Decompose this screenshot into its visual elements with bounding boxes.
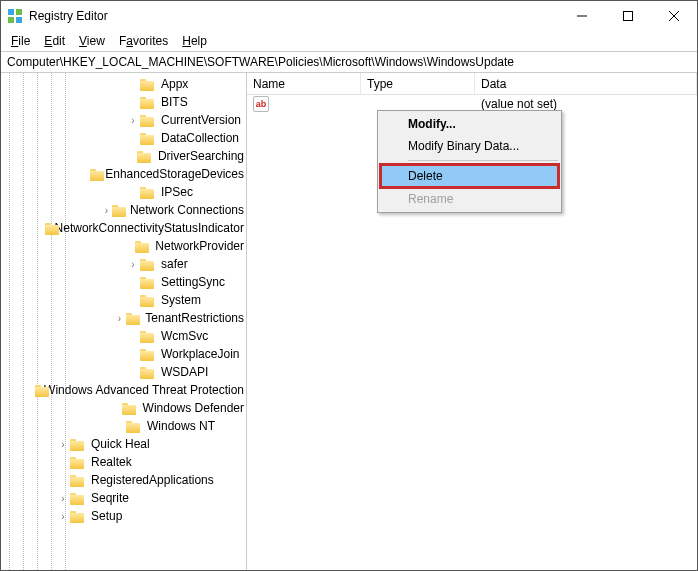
tree-item[interactable]: EnhancedStorageDevices xyxy=(1,165,246,183)
tree-item[interactable]: NetworkConnectivityStatusIndicator xyxy=(1,219,246,237)
folder-icon xyxy=(35,383,39,397)
expander-none xyxy=(127,294,139,306)
tree-item[interactable]: IPSec xyxy=(1,183,246,201)
column-type[interactable]: Type xyxy=(361,73,475,94)
tree-item[interactable]: Realtek xyxy=(1,453,246,471)
maximize-button[interactable] xyxy=(605,1,651,31)
tree-item-label: WcmSvc xyxy=(159,329,210,343)
menubar: File Edit View Favorites Help xyxy=(1,31,697,51)
tree-item-label: Windows Advanced Threat Protection xyxy=(42,383,246,397)
expander-collapsed-icon[interactable]: › xyxy=(57,492,69,504)
tree-item[interactable]: ›CurrentVersion xyxy=(1,111,246,129)
list-body: ab (value not set) Modify... Modify Bina… xyxy=(247,95,697,113)
tree-item[interactable]: BITS xyxy=(1,93,246,111)
tree-item[interactable]: DataCollection xyxy=(1,129,246,147)
tree-item[interactable]: ›TenantRestrictions xyxy=(1,309,246,327)
tree-item[interactable]: ›safer xyxy=(1,255,246,273)
tree-item-label: Windows Defender xyxy=(141,401,246,415)
tree-item[interactable]: Windows Advanced Threat Protection xyxy=(1,381,246,399)
menu-file[interactable]: File xyxy=(5,33,36,49)
folder-icon xyxy=(126,419,142,433)
tree-item-label: Setup xyxy=(89,509,124,523)
expander-collapsed-icon[interactable]: › xyxy=(57,438,69,450)
list-header: Name Type Data xyxy=(247,73,697,95)
svg-rect-2 xyxy=(8,17,14,23)
tree-item[interactable]: RegisteredApplications xyxy=(1,471,246,489)
folder-icon xyxy=(70,509,86,523)
expander-none xyxy=(127,276,139,288)
folder-icon xyxy=(140,347,156,361)
expander-collapsed-icon[interactable]: › xyxy=(57,510,69,522)
expander-collapsed-icon[interactable]: › xyxy=(127,114,139,126)
row-data: (value not set) xyxy=(475,97,697,111)
folder-icon xyxy=(140,185,156,199)
tree-item[interactable]: ›Seqrite xyxy=(1,489,246,507)
tree-item-label: Realtek xyxy=(89,455,134,469)
expander-none xyxy=(127,186,139,198)
tree-item[interactable]: Windows Defender xyxy=(1,399,246,417)
minimize-button[interactable] xyxy=(559,1,605,31)
tree-item[interactable]: NetworkProvider xyxy=(1,237,246,255)
column-name[interactable]: Name xyxy=(247,73,361,94)
expander-collapsed-icon[interactable]: › xyxy=(127,258,139,270)
folder-icon xyxy=(140,113,156,127)
tree-item[interactable]: Windows NT xyxy=(1,417,246,435)
menu-edit[interactable]: Edit xyxy=(38,33,71,49)
close-button[interactable] xyxy=(651,1,697,31)
tree-item-label: DriverSearching xyxy=(156,149,246,163)
context-menu-modify-binary[interactable]: Modify Binary Data... xyxy=(380,135,559,157)
list-pane[interactable]: Name Type Data ab (value not set) Modify… xyxy=(247,73,697,570)
expander-none xyxy=(127,96,139,108)
row-name-cell: ab xyxy=(247,96,361,112)
tree-item[interactable]: ›Network Connections xyxy=(1,201,246,219)
expander-none xyxy=(81,168,89,180)
folder-icon xyxy=(70,437,86,451)
tree-item-label: Seqrite xyxy=(89,491,131,505)
folder-icon xyxy=(140,329,156,343)
menu-view[interactable]: View xyxy=(73,33,111,49)
context-menu-modify[interactable]: Modify... xyxy=(380,113,559,135)
folder-icon xyxy=(140,131,156,145)
tree-pane[interactable]: AppxBITS›CurrentVersionDataCollectionDri… xyxy=(1,73,247,570)
expander-none xyxy=(127,348,139,360)
folder-icon xyxy=(122,401,138,415)
titlebar: Registry Editor xyxy=(1,1,697,31)
folder-icon xyxy=(70,491,86,505)
tree-item-label: safer xyxy=(159,257,190,271)
tree-item[interactable]: System xyxy=(1,291,246,309)
expander-none xyxy=(127,366,139,378)
tree-item[interactable]: DriverSearching xyxy=(1,147,246,165)
tree-item-label: NetworkProvider xyxy=(153,239,246,253)
tree-item-label: Appx xyxy=(159,77,190,91)
folder-icon xyxy=(70,473,86,487)
expander-none xyxy=(57,456,69,468)
folder-icon xyxy=(112,203,125,217)
column-data[interactable]: Data xyxy=(475,73,697,94)
expander-none xyxy=(122,240,134,252)
tree-item-label: WorkplaceJoin xyxy=(159,347,241,361)
tree-item[interactable]: Appx xyxy=(1,75,246,93)
tree-item-label: RegisteredApplications xyxy=(89,473,216,487)
folder-icon xyxy=(90,167,100,181)
tree-item[interactable]: WSDAPI xyxy=(1,363,246,381)
address-bar xyxy=(1,51,697,73)
menu-help[interactable]: Help xyxy=(176,33,213,49)
expander-none xyxy=(113,420,125,432)
tree-item-label: System xyxy=(159,293,203,307)
folder-icon xyxy=(140,275,156,289)
tree-item[interactable]: ›Setup xyxy=(1,507,246,525)
expander-none xyxy=(109,402,121,414)
tree-item-label: Windows NT xyxy=(145,419,217,433)
expander-collapsed-icon[interactable]: › xyxy=(102,204,112,216)
tree-item[interactable]: WorkplaceJoin xyxy=(1,345,246,363)
address-input[interactable] xyxy=(5,54,697,70)
context-menu-delete[interactable]: Delete xyxy=(379,163,560,189)
tree-item[interactable]: WcmSvc xyxy=(1,327,246,345)
folder-icon xyxy=(140,365,156,379)
tree-item[interactable]: ›Quick Heal xyxy=(1,435,246,453)
tree-item[interactable]: SettingSync xyxy=(1,273,246,291)
expander-collapsed-icon[interactable]: › xyxy=(114,312,125,324)
context-menu-rename[interactable]: Rename xyxy=(380,188,559,210)
menu-favorites[interactable]: Favorites xyxy=(113,33,174,49)
expander-none xyxy=(127,132,139,144)
